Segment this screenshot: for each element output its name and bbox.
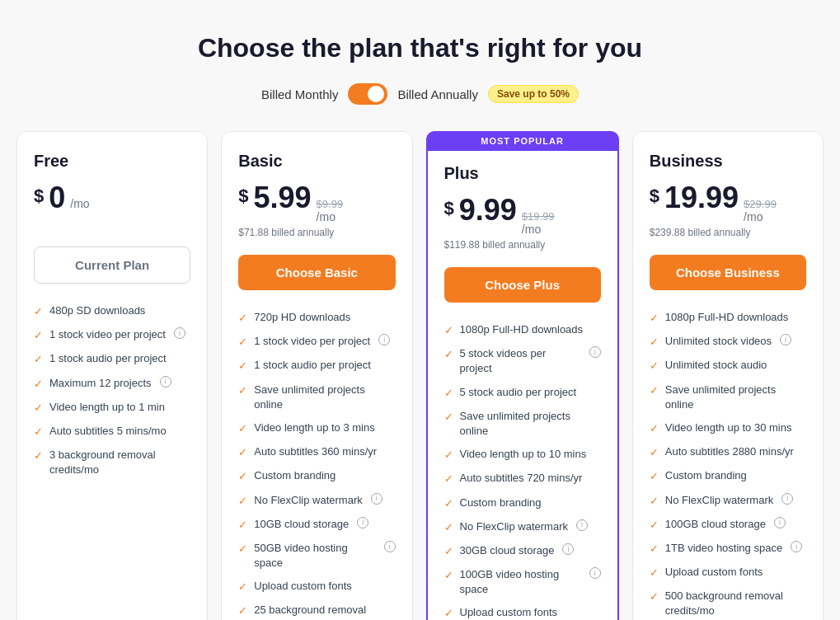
plan-button-basic[interactable]: Choose Basic [238, 255, 395, 290]
billing-toggle-switch[interactable] [348, 83, 387, 105]
info-icon[interactable]: i [371, 493, 382, 505]
info-icon[interactable]: i [589, 567, 601, 579]
feature-text: 100GB cloud storage [665, 517, 766, 532]
feature-item: ✓ Auto subtitles 2880 mins/yr [650, 444, 806, 460]
feature-text: 500 background removal credits/mo [665, 589, 806, 618]
feature-item: ✓ 1TB video hosting space i [650, 541, 806, 557]
price-period-basic: /mo [317, 210, 344, 223]
dollar-sign-basic: $ [238, 186, 248, 207]
feature-item: ✓ No FlexClip watermark i [650, 493, 806, 509]
check-icon: ✓ [444, 568, 453, 583]
info-icon[interactable]: i [576, 519, 588, 531]
feature-text: 1080p Full-HD downloads [665, 310, 789, 325]
check-icon: ✓ [444, 544, 453, 559]
feature-text: 30GB cloud storage [460, 543, 555, 558]
check-icon: ✓ [238, 383, 247, 398]
feature-text: Custom branding [460, 496, 542, 510]
feature-text: Save unlimited projects online [254, 383, 395, 412]
plan-button-free[interactable]: Current Plan [34, 247, 190, 284]
feature-item: ✓ 1 stock audio per project [238, 358, 395, 373]
info-icon[interactable]: i [774, 517, 786, 528]
info-icon[interactable]: i [589, 346, 601, 358]
feature-item: ✓ No FlexClip watermark i [238, 493, 395, 509]
plan-name-free: Free [34, 152, 190, 171]
feature-item: ✓ Auto subtitles 720 mins/yr [444, 471, 601, 486]
feature-text: 1 stock video per project [254, 334, 370, 349]
feature-item: ✓ 480p SD downloads [34, 303, 190, 319]
check-icon: ✓ [650, 445, 659, 460]
info-icon[interactable]: i [384, 541, 396, 552]
price-row-free: $ 0 /mo [34, 181, 190, 215]
check-icon: ✓ [650, 566, 659, 580]
feature-item: ✓ Unlimited stock audio [650, 358, 806, 373]
feature-item: ✓ 1 stock video per project i [238, 334, 395, 350]
check-icon: ✓ [650, 421, 659, 436]
feature-text: Video length up to 3 mins [254, 420, 374, 435]
price-annual-free [34, 218, 190, 230]
feature-item: ✓ 25 background removal credits/mo [238, 603, 395, 620]
feature-text: 1 stock video per project [49, 327, 166, 342]
plan-name-business: Business [650, 152, 806, 171]
feature-text: Custom branding [254, 468, 336, 483]
feature-item: ✓ 100GB video hosting space i [444, 567, 601, 597]
feature-text: Auto subtitles 720 mins/yr [460, 471, 583, 486]
feature-item: ✓ Upload custom fonts [238, 579, 395, 594]
feature-item: ✓ Video length up to 1 min [34, 400, 190, 416]
features-list-plus: ✓ 1080p Full-HD downloads ✓ 5 stock vide… [444, 322, 601, 620]
check-icon: ✓ [444, 520, 453, 535]
feature-item: ✓ 3 background removal credits/mo [34, 448, 190, 477]
check-icon: ✓ [238, 604, 247, 618]
plan-button-business[interactable]: Choose Business [650, 255, 806, 290]
check-icon: ✓ [650, 383, 659, 398]
feature-text: 100GB video hosting space [460, 567, 581, 597]
info-icon[interactable]: i [378, 334, 390, 345]
feature-item: ✓ Custom branding [444, 496, 601, 511]
price-annual-basic: $71.88 billed annually [238, 227, 395, 238]
check-icon: ✓ [444, 606, 453, 620]
price-original-business: $29.99 [744, 198, 777, 210]
feature-text: Unlimited stock audio [665, 358, 767, 373]
features-list-business: ✓ 1080p Full-HD downloads ✓ Unlimited st… [650, 310, 806, 620]
info-icon[interactable]: i [781, 493, 793, 505]
features-list-free: ✓ 480p SD downloads ✓ 1 stock video per … [34, 303, 190, 620]
check-icon: ✓ [650, 335, 659, 350]
check-icon: ✓ [238, 421, 247, 436]
check-icon: ✓ [650, 494, 659, 509]
feature-item: ✓ 30GB cloud storage i [444, 543, 601, 559]
plan-card-free: Free $ 0 /mo Current Plan ✓ 480p SD down… [16, 131, 208, 620]
feature-item: ✓ Custom branding [238, 468, 395, 484]
check-icon: ✓ [238, 359, 247, 373]
check-icon: ✓ [444, 323, 453, 338]
feature-item: ✓ 5 stock audio per project [444, 385, 601, 401]
plans-container: Free $ 0 /mo Current Plan ✓ 480p SD down… [16, 131, 824, 620]
feature-text: Save unlimited projects online [460, 409, 601, 439]
price-annual-plus: $119.88 billed annually [444, 239, 601, 251]
features-list-basic: ✓ 720p HD downloads ✓ 1 stock video per … [238, 310, 395, 620]
feature-text: Save unlimited projects online [665, 383, 806, 412]
feature-text: 480p SD downloads [49, 303, 145, 318]
plan-card-plus: MOST POPULARPlus $ 9.99 $19.99 /mo $119.… [426, 131, 619, 620]
feature-text: 1080p Full-HD downloads [460, 322, 584, 337]
feature-text: Auto subtitles 360 mins/yr [254, 444, 377, 459]
check-icon: ✓ [238, 542, 247, 557]
info-icon[interactable]: i [160, 376, 171, 388]
info-icon[interactable]: i [791, 541, 802, 552]
check-icon: ✓ [238, 580, 247, 594]
check-icon: ✓ [650, 311, 659, 326]
feature-item: ✓ Auto subtitles 5 mins/mo [34, 424, 190, 439]
feature-text: 10GB cloud storage [254, 517, 349, 532]
price-period-plus: /mo [522, 223, 555, 236]
check-icon: ✓ [650, 542, 659, 557]
plan-button-plus[interactable]: Choose Plus [444, 267, 601, 303]
check-icon: ✓ [444, 347, 453, 362]
info-icon[interactable]: i [174, 327, 185, 339]
info-icon[interactable]: i [562, 543, 574, 555]
feature-text: Auto subtitles 2880 mins/yr [665, 444, 794, 459]
feature-text: Upload custom fonts [665, 565, 763, 580]
feature-text: 720p HD downloads [254, 310, 350, 325]
info-icon[interactable]: i [357, 517, 368, 528]
info-icon[interactable]: i [780, 334, 791, 345]
check-icon: ✓ [444, 448, 453, 463]
check-icon: ✓ [34, 352, 43, 367]
feature-text: 5 stock audio per project [460, 385, 577, 400]
